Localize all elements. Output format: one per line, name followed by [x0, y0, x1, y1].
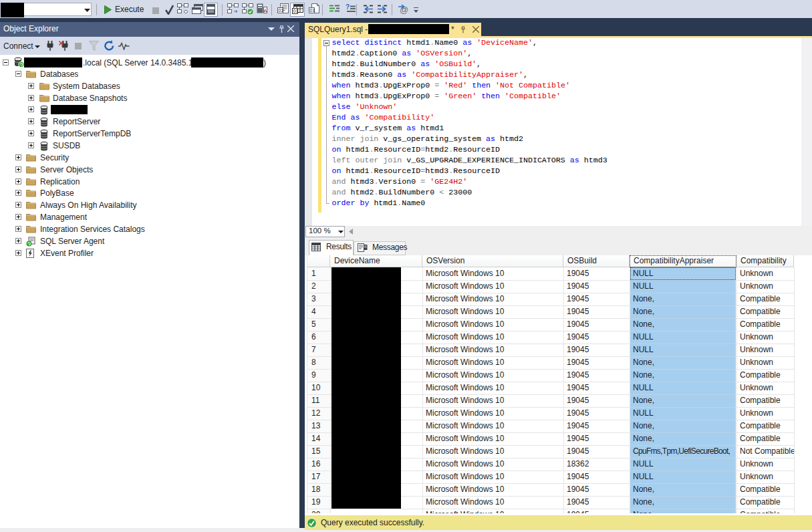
svg-text:01: 01 — [279, 8, 284, 13]
svg-text:01: 01 — [293, 9, 299, 13]
svg-text:01: 01 — [310, 8, 315, 13]
svg-text:?: ? — [346, 3, 350, 11]
